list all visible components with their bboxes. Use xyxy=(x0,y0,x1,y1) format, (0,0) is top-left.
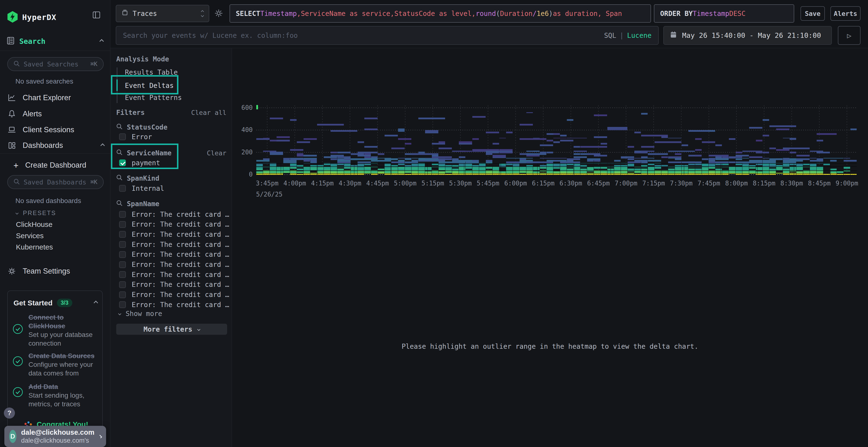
sidebar-item-alerts[interactable]: Alerts xyxy=(8,110,104,118)
cmd-k-shortcut: ⌘K xyxy=(90,61,97,67)
mode-results-table[interactable]: Results Table xyxy=(125,68,178,77)
x-axis-date-label: 5/26/25 xyxy=(256,191,283,198)
filter-option-spanname[interactable]: Error: The credit card … xyxy=(119,220,229,229)
clear-all-link[interactable]: Clear all xyxy=(191,108,226,117)
alerts-button[interactable]: Alerts xyxy=(830,6,861,21)
checkbox-unchecked[interactable] xyxy=(119,241,126,248)
checkbox-unchecked[interactable] xyxy=(119,221,126,228)
checkbox-unchecked[interactable] xyxy=(119,211,126,218)
source-select[interactable]: Traces xyxy=(116,5,209,22)
sql-token: , xyxy=(472,10,476,18)
select-carets-icon xyxy=(201,10,204,16)
preset-item-clickhouse[interactable]: ClickHouse xyxy=(16,220,53,229)
x-tick-label: 7:15pm xyxy=(638,180,669,187)
x-tick-label: 6:45pm xyxy=(583,180,614,187)
filter-option-spanname[interactable]: Error: The credit card … xyxy=(119,300,229,309)
sidebar-item-client-sessions[interactable]: Client Sessions xyxy=(8,126,104,134)
sql-token: ORDER BY xyxy=(660,10,693,18)
chevron-up-icon[interactable] xyxy=(100,143,105,148)
filter-option-spanname[interactable]: Error: The credit card … xyxy=(119,250,229,259)
mode-event-patterns[interactable]: Event Patterns xyxy=(125,93,182,102)
y-tick-200: 200 xyxy=(236,148,253,156)
x-tick-label: 8:15pm xyxy=(748,180,780,187)
clear-servicename-link[interactable]: Clear xyxy=(207,148,226,157)
show-more-link[interactable]: Show more xyxy=(119,309,162,318)
saved-searches-input[interactable]: Saved Searches ⌘K xyxy=(7,57,104,71)
filter-group-spanname: SpanName xyxy=(116,199,159,208)
preset-item-kubernetes[interactable]: Kubernetes xyxy=(16,243,53,251)
search-icon xyxy=(13,178,20,186)
checkbox-unchecked[interactable] xyxy=(119,301,126,308)
help-button[interactable]: ? xyxy=(4,408,15,419)
date-range-picker[interactable]: May 26 15:40:00 - May 26 21:10:00 xyxy=(663,26,832,45)
y-tick-400: 400 xyxy=(236,126,253,133)
mode-toggle-lucene[interactable]: Lucene xyxy=(627,32,651,39)
date-range-value: May 26 15:40:00 - May 26 21:10:00 xyxy=(682,31,821,39)
sidebar-item-team-settings[interactable]: Team Settings xyxy=(8,267,104,276)
get-started-progress-badge: 3/3 xyxy=(57,299,72,307)
sql-token: 1e6 xyxy=(537,10,549,18)
avatar: D xyxy=(9,430,17,443)
mode-toggle-sql[interactable]: SQL xyxy=(604,32,616,39)
saved-dashboards-placeholder: Saved Dashboards xyxy=(24,178,87,186)
filter-option-spanname[interactable]: Error: The credit card … xyxy=(119,260,229,269)
saved-dashboards-input[interactable]: Saved Dashboards ⌘K xyxy=(7,175,104,189)
filter-option-internal[interactable]: Internal xyxy=(119,184,164,193)
collapse-sidebar-icon[interactable] xyxy=(93,11,100,18)
filter-option-payment[interactable]: payment xyxy=(119,159,160,167)
source-settings-gear-icon[interactable] xyxy=(214,9,223,19)
sql-token: , Span xyxy=(597,10,622,18)
save-button[interactable]: Save xyxy=(801,6,825,21)
sql-token: Timestamp xyxy=(693,10,730,18)
presets-toggle[interactable]: PRESETS xyxy=(16,209,56,216)
content: Traces SELECT Timestamp, ServiceName as … xyxy=(111,0,868,447)
checkbox-unchecked[interactable] xyxy=(119,261,126,268)
checkbox-unchecked[interactable] xyxy=(119,271,126,278)
filter-option-spanname[interactable]: Error: The credit card … xyxy=(119,230,229,239)
preset-item-services[interactable]: Services xyxy=(16,232,44,240)
run-query-button[interactable]: ▷ xyxy=(838,26,861,45)
checkbox-unchecked[interactable] xyxy=(119,251,126,258)
confetti-icon xyxy=(24,419,33,426)
user-menu[interactable]: D dale@clickhouse.com dale@clickhouse.co… xyxy=(4,426,106,447)
filter-option-error[interactable]: Error xyxy=(119,133,152,141)
checkbox-unchecked[interactable] xyxy=(119,231,126,238)
more-filters-button[interactable]: More filters xyxy=(116,324,227,335)
search-section-header[interactable]: Search xyxy=(7,37,103,46)
sql-token: , xyxy=(297,10,301,18)
filter-option-spanname[interactable]: Error: The credit card … xyxy=(119,210,229,219)
sidebar: HyperDX Search Saved Searches ⌘K No save… xyxy=(0,0,111,447)
play-icon: ▷ xyxy=(847,31,851,40)
x-tick-label: 7:45pm xyxy=(693,180,724,187)
sql-select-editor[interactable]: SELECT Timestamp, ServiceName as service… xyxy=(229,4,651,23)
checkbox-checked[interactable] xyxy=(119,160,126,166)
filter-option-spanname[interactable]: Error: The credit card … xyxy=(119,280,229,289)
filter-option-spanname[interactable]: Error: The credit card … xyxy=(119,290,229,299)
x-tick-label: 3:45pm xyxy=(251,180,283,187)
search-icon xyxy=(116,149,123,157)
get-started-item[interactable]: Create Data SourcesConfigure where your … xyxy=(12,352,98,378)
create-dashboard-button[interactable]: + Create Dashboard xyxy=(13,161,110,170)
get-started-item[interactable]: Connect to ClickHouseSet up your databas… xyxy=(12,313,98,348)
sidebar-item-dashboards[interactable]: Dashboards xyxy=(8,141,104,150)
latency-heatmap-canvas[interactable] xyxy=(256,104,857,177)
sidebar-item-chart-explorer[interactable]: Chart Explorer xyxy=(8,94,104,102)
checkbox-unchecked[interactable] xyxy=(119,133,126,140)
brand[interactable]: HyperDX xyxy=(7,10,56,24)
topbar: Traces SELECT Timestamp, ServiceName as … xyxy=(111,0,868,48)
search-icon xyxy=(116,200,123,208)
filter-option-spanname[interactable]: Error: The credit card … xyxy=(119,240,229,249)
filter-option-spanname[interactable]: Error: The credit card … xyxy=(119,270,229,279)
user-email: dale@clickhouse.com xyxy=(21,428,94,437)
sql-token: ServiceName as service xyxy=(301,10,390,18)
check-circle-icon xyxy=(12,382,23,409)
mode-event-deltas[interactable]: Event Deltas xyxy=(125,81,174,90)
chevron-up-icon[interactable] xyxy=(99,39,104,43)
checkbox-unchecked[interactable] xyxy=(119,281,126,288)
get-started-item[interactable]: Add DataStart sending logs, metrics, or … xyxy=(12,382,98,409)
checkbox-unchecked[interactable] xyxy=(119,291,126,298)
lucene-search-input[interactable]: Search your events w/ Lucene ex. column:… xyxy=(116,26,659,45)
sql-orderby-editor[interactable]: ORDER BY Timestamp DESC xyxy=(654,4,794,23)
chevron-up-icon[interactable] xyxy=(94,301,98,305)
checkbox-unchecked[interactable] xyxy=(119,185,126,192)
